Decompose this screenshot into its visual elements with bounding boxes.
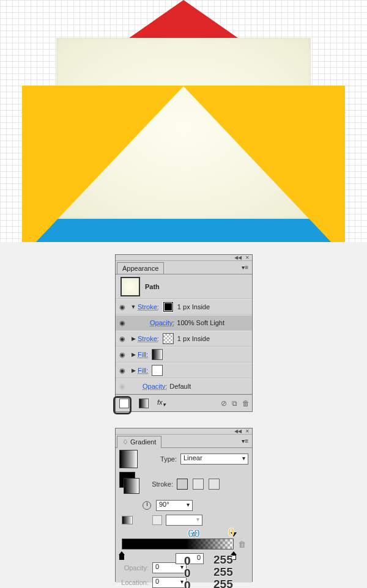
opacity-value: 100% Soft Light [177, 319, 224, 326]
opacity-stop[interactable] [231, 532, 237, 538]
tab-gradient[interactable]: ♢ Gradient [117, 436, 161, 448]
reverse-gradient-icon[interactable] [122, 516, 133, 524]
fill-stroke-selector[interactable] [119, 472, 140, 496]
new-art-styles-icon-2[interactable] [139, 399, 149, 408]
opacity-value: Default [169, 383, 191, 390]
appearance-row-fill-2[interactable]: ◉ ▶ Fill: [116, 362, 252, 378]
appearance-row-fill-1[interactable]: ◉ ▶ Fill: [116, 347, 252, 362]
fill-swatch[interactable] [152, 365, 163, 376]
visibility-icon[interactable]: ◉ [116, 303, 129, 311]
gradient-type-select[interactable]: Linear [180, 454, 248, 465]
angle-icon [143, 501, 151, 510]
aspect-input [166, 515, 202, 526]
collapse-icon[interactable]: ◀◀ [234, 255, 242, 260]
fx-button[interactable]: fx▾ [157, 399, 166, 408]
stroke-value: 1 px Inside [177, 303, 210, 311]
stroke-swatch[interactable] [163, 333, 174, 344]
type-label: Type: [147, 455, 177, 463]
color-stop[interactable] [119, 551, 125, 559]
aspect-icon [152, 515, 162, 525]
collapse-icon[interactable]: ◀◀ [234, 428, 242, 434]
stroke-label[interactable]: Stroke: [138, 303, 159, 311]
tab-appearance[interactable]: Appearance [117, 262, 164, 274]
envelope-flap-right [183, 86, 345, 242]
appearance-panel: ◀◀ ✕ Appearance ▾≡ Path ◉ ▼ Stroke: 1 px… [115, 254, 253, 412]
panel-menu-icon[interactable]: ▾≡ [242, 264, 252, 271]
disclosure-icon[interactable]: ▶ [129, 351, 138, 358]
panel-topbar: ◀◀ ✕ [116, 428, 252, 435]
visibility-icon[interactable]: ◉ [116, 351, 129, 359]
disclosure-icon[interactable]: ▶ [129, 336, 138, 342]
clear-icon[interactable]: ⊘ [221, 399, 227, 408]
visibility-icon[interactable]: ◉ [116, 335, 129, 343]
close-icon[interactable]: ✕ [245, 428, 250, 434]
fill-label[interactable]: Fill: [138, 351, 148, 358]
appearance-footer: fx▾ ⊘ ⧉ 🗑 [116, 394, 252, 411]
appearance-row-stroke-2[interactable]: ◉ ▶ Stroke: 1 px Inside [116, 331, 252, 347]
disclosure-icon[interactable]: ▼ [129, 304, 138, 310]
object-type: Path [145, 283, 160, 290]
fill-label[interactable]: Fill: [138, 367, 148, 374]
visibility-icon[interactable]: ◉ [116, 367, 129, 375]
artboard-canvas [0, 0, 367, 242]
panel-menu-icon[interactable]: ▾≡ [242, 438, 252, 444]
envelope-flap-left [22, 86, 184, 242]
callout-highlight [113, 396, 132, 414]
gradient-panel: ◀◀ ✕ ♢ Gradient ▾≡ Type: Linear Stroke: … [115, 428, 253, 582]
appearance-row-opacity-1[interactable]: ◉ Opacity: 100% Soft Light [116, 315, 252, 331]
trash-icon[interactable]: 🗑 [242, 399, 250, 408]
stroke-label[interactable]: Stroke: [138, 335, 159, 342]
opacity-stop[interactable] [191, 532, 197, 538]
stroke-label: Stroke: [144, 480, 173, 488]
opacity-label[interactable]: Opacity: [143, 383, 167, 390]
fill-swatch[interactable] [152, 349, 163, 360]
stop-location-input[interactable]: 0 [152, 577, 187, 588]
duplicate-icon[interactable]: ⧉ [232, 399, 237, 408]
stroke-value: 1 px Inside [177, 335, 210, 342]
annotation-rgb-left: 0 0 0 [184, 555, 191, 588]
opacity-label[interactable]: Opacity: [150, 319, 174, 326]
close-icon[interactable]: ✕ [245, 255, 250, 260]
stroke-align-inside[interactable] [177, 479, 188, 490]
annotation-rgb-right: 255 255 255 [213, 554, 233, 588]
delete-stop-icon[interactable]: 🗑 [238, 540, 246, 549]
stroke-swatch[interactable] [163, 301, 174, 312]
appearance-row-stroke-1[interactable]: ◉ ▼ Stroke: 1 px Inside [116, 299, 252, 315]
appearance-row-opacity-default[interactable]: ◉ Opacity: Default [116, 378, 252, 394]
opacity-label: Opacity: [119, 564, 149, 571]
angle-input[interactable]: 90° [156, 500, 193, 511]
location-label: Location: [119, 579, 149, 586]
visibility-icon[interactable]: ◉ [116, 383, 129, 391]
disclosure-icon[interactable]: ▶ [129, 367, 138, 373]
stroke-align-across[interactable] [209, 479, 220, 490]
gradient-preview-swatch[interactable] [119, 450, 138, 468]
stroke-align-along[interactable] [193, 479, 204, 490]
visibility-icon[interactable]: ◉ [116, 319, 129, 327]
panel-topbar: ◀◀ ✕ [116, 255, 252, 261]
selection-thumb [120, 277, 140, 296]
